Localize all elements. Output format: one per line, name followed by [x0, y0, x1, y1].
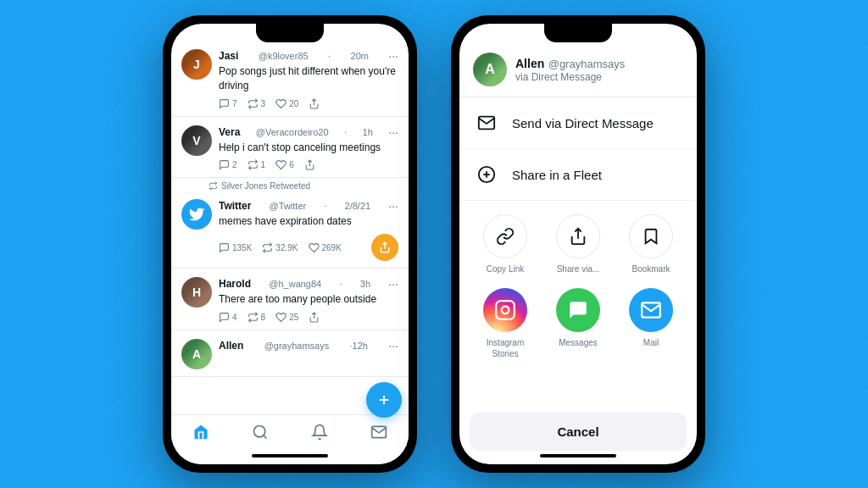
fleet-option-label: Share in a Fleet — [512, 168, 602, 182]
like-action-harold[interactable]: 25 — [275, 312, 298, 323]
retweet-badge-text: Silver Jones Retweeted — [221, 181, 310, 191]
like-action-twitter[interactable]: 269K — [309, 242, 342, 253]
cancel-button[interactable]: Cancel — [470, 413, 687, 451]
reply-count-harold: 4 — [232, 313, 237, 322]
like-count-twitter: 269K — [322, 243, 342, 252]
tweet-time-jasi: · — [328, 51, 331, 61]
tweet-header-harold: Harold @h_wang84 · 3h ··· — [219, 277, 398, 291]
tweet-header-twitter: Twitter @Twitter · 2/8/21 ··· — [219, 199, 398, 213]
reply-count-jasi: 7 — [232, 99, 237, 108]
share-header-sub: via Direct Message — [515, 71, 683, 83]
reply-action-jasi[interactable]: 7 — [219, 98, 237, 109]
messages-btn[interactable]: Messages — [548, 288, 609, 359]
retweet-action-jasi[interactable]: 3 — [248, 98, 266, 109]
share-actions-row: Copy Link Share via... Bookmark — [459, 201, 697, 281]
share-via-circle — [556, 214, 600, 258]
tweet-handle-allen: @grayhamsays — [264, 341, 330, 351]
tweet-jasi: J Jasi @k9lover85 · 20m ··· Pop songs ju… — [171, 41, 409, 117]
retweet-count-jasi: 3 — [261, 99, 266, 108]
bookmark-btn[interactable]: Bookmark — [620, 214, 682, 274]
tweet-dots-jasi[interactable]: ··· — [388, 49, 398, 63]
share-action-vera[interactable] — [304, 159, 315, 170]
compose-button[interactable] — [366, 382, 402, 418]
copy-link-label: Copy Link — [487, 263, 524, 274]
instagram-circle — [483, 288, 527, 332]
reply-action-vera[interactable]: 2 — [219, 159, 237, 170]
retweet-count-vera: 1 — [261, 160, 266, 169]
tweet-text-twitter: memes have expiration dates — [219, 214, 398, 229]
tweet-dots-vera[interactable]: ··· — [388, 125, 398, 139]
tweet-dots-allen[interactable]: ··· — [388, 339, 398, 352]
phones-container: J Jasi @k9lover85 · 20m ··· Pop songs ju… — [163, 15, 705, 473]
tweet-author-allen: Allen — [219, 340, 243, 352]
share-header-text: Allen @grayhamsays via Direct Message — [515, 56, 683, 83]
svg-rect-12 — [496, 301, 515, 319]
retweet-action-harold[interactable]: 8 — [248, 312, 266, 323]
tweet-handle-harold: @h_wang84 — [269, 279, 321, 289]
messages-circle — [556, 288, 600, 332]
svg-line-7 — [264, 435, 267, 439]
retweet-action-twitter[interactable]: 32.9K — [262, 242, 298, 253]
retweet-notice: Silver Jones Retweeted — [171, 178, 409, 191]
nav-messages[interactable] — [349, 424, 409, 441]
plus-circle-icon — [473, 161, 500, 188]
share-screen: A Allen @grayhamsays via Direct Message — [459, 24, 697, 464]
tweet-text-jasi: Pop songs just hit different when you're… — [219, 64, 398, 93]
like-action-vera[interactable]: 6 — [275, 159, 294, 170]
mail-label: Mail — [643, 337, 659, 348]
tweet-author-harold: Harold — [219, 278, 251, 290]
share-via-btn[interactable]: Share via... — [548, 214, 609, 274]
tweet-content-allen: Allen @grayhamsays ·12h ··· — [219, 339, 398, 369]
reply-action-twitter[interactable]: 135K — [219, 242, 252, 253]
copy-link-circle — [483, 214, 527, 258]
avatar-allen: A — [181, 339, 212, 369]
tweet-header-vera: Vera @Veracordeiro20 · 1h ··· — [219, 125, 398, 139]
share-option-fleet[interactable]: Share in a Fleet — [459, 149, 697, 201]
like-count-vera: 6 — [289, 160, 294, 169]
bookmark-circle — [629, 214, 673, 258]
tweet-harold: H Harold @h_wang84 · 3h ··· There are to… — [171, 269, 409, 330]
share-action-jasi[interactable] — [309, 98, 320, 109]
copy-link-btn[interactable]: Copy Link — [475, 214, 536, 274]
retweet-action-vera[interactable]: 1 — [248, 159, 266, 170]
tweet-time-vera-sep: · — [344, 127, 347, 137]
mail-btn[interactable]: Mail — [620, 288, 682, 359]
avatar-vera: V — [181, 125, 212, 156]
tweet-author-vera: Vera — [219, 126, 240, 138]
like-action-jasi[interactable]: 20 — [275, 98, 298, 109]
share-apps-row: Instagram Stories Messages Mail — [459, 281, 697, 369]
reply-action-harold[interactable]: 4 — [219, 312, 237, 323]
instagram-stories-btn[interactable]: Instagram Stories — [475, 288, 536, 359]
messages-label: Messages — [559, 337, 598, 348]
tweet-time-twitter: 2/8/21 — [345, 201, 371, 211]
tweet-time-harold-sep: · — [339, 279, 342, 289]
tweet-dots-twitter[interactable]: ··· — [388, 199, 398, 213]
share-header-name: Allen @grayhamsays — [515, 56, 683, 71]
envelope-icon — [473, 109, 500, 136]
tweet-content-vera: Vera @Veracordeiro20 · 1h ··· Help i can… — [219, 125, 398, 171]
retweet-count-twitter: 32.9K — [275, 243, 298, 252]
nav-search[interactable] — [231, 424, 290, 441]
share-header-avatar: A — [473, 53, 507, 86]
tweet-time-harold: 3h — [360, 279, 370, 289]
feed-screen: J Jasi @k9lover85 · 20m ··· Pop songs ju… — [171, 24, 409, 464]
tweet-handle-jasi: @k9lover85 — [259, 51, 309, 61]
like-count-jasi: 20 — [289, 99, 298, 108]
phone1-inner: J Jasi @k9lover85 · 20m ··· Pop songs ju… — [171, 24, 409, 464]
tweet-vera: V Vera @Veracordeiro20 · 1h ··· Help i c… — [171, 117, 409, 179]
share-btn-orange[interactable] — [371, 234, 398, 261]
tweet-dots-harold[interactable]: ··· — [388, 277, 398, 291]
nav-notifications[interactable] — [290, 424, 349, 441]
nav-home[interactable] — [171, 424, 231, 441]
tweet-handle-vera: @Veracordeiro20 — [256, 127, 329, 137]
tweet-handle-twitter: @Twitter — [270, 201, 307, 211]
tweet-author-jasi: Jasi — [219, 50, 238, 62]
tweet-actions-vera: 2 1 6 — [219, 159, 398, 170]
share-action-harold[interactable] — [309, 312, 320, 323]
reply-count-vera: 2 — [232, 160, 237, 169]
tweet-twitter: Twitter @Twitter · 2/8/21 ··· memes have… — [171, 191, 409, 269]
tweet-time-vera: 1h — [363, 127, 373, 137]
retweet-count-harold: 8 — [261, 313, 266, 322]
tweet-actions-harold: 4 8 25 — [219, 312, 398, 323]
share-option-dm[interactable]: Send via Direct Message — [459, 97, 697, 149]
